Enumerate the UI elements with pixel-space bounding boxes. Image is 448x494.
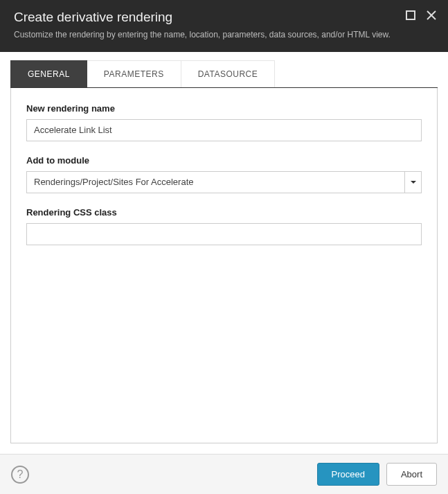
dialog-header: Create derivative rendering Customize th… — [0, 0, 448, 52]
svg-rect-0 — [406, 11, 415, 19]
tab-general[interactable]: GENERAL — [10, 60, 87, 87]
question-mark-icon: ? — [17, 468, 24, 481]
module-dropdown — [26, 171, 422, 193]
css-class-label: Rendering CSS class — [26, 207, 422, 218]
window-controls — [404, 8, 438, 22]
dialog-subtitle: Customize the rendering by entering the … — [14, 29, 434, 41]
css-class-group: Rendering CSS class — [26, 207, 422, 245]
module-group: Add to module — [26, 155, 422, 193]
help-button[interactable]: ? — [11, 466, 29, 484]
close-icon[interactable] — [424, 8, 438, 22]
maximize-icon[interactable] — [404, 8, 418, 22]
module-label: Add to module — [26, 155, 422, 166]
module-dropdown-button[interactable] — [405, 171, 422, 193]
rendering-name-group: New rendering name — [26, 103, 422, 141]
css-class-input[interactable] — [26, 223, 422, 245]
abort-button[interactable]: Abort — [386, 463, 437, 486]
module-input[interactable] — [26, 171, 405, 193]
tab-parameters[interactable]: PARAMETERS — [87, 60, 181, 87]
tab-bar: GENERAL PARAMETERS DATASOURCE — [10, 60, 438, 88]
dialog-footer: ? Proceed Abort — [0, 454, 448, 494]
dialog-title: Create derivative rendering — [14, 10, 434, 25]
proceed-button[interactable]: Proceed — [317, 463, 379, 486]
rendering-name-label: New rendering name — [26, 103, 422, 114]
rendering-name-input[interactable] — [26, 119, 422, 141]
tab-content: New rendering name Add to module Renderi… — [10, 88, 438, 443]
chevron-down-icon — [411, 177, 416, 187]
tab-datasource[interactable]: DATASOURCE — [181, 60, 276, 87]
